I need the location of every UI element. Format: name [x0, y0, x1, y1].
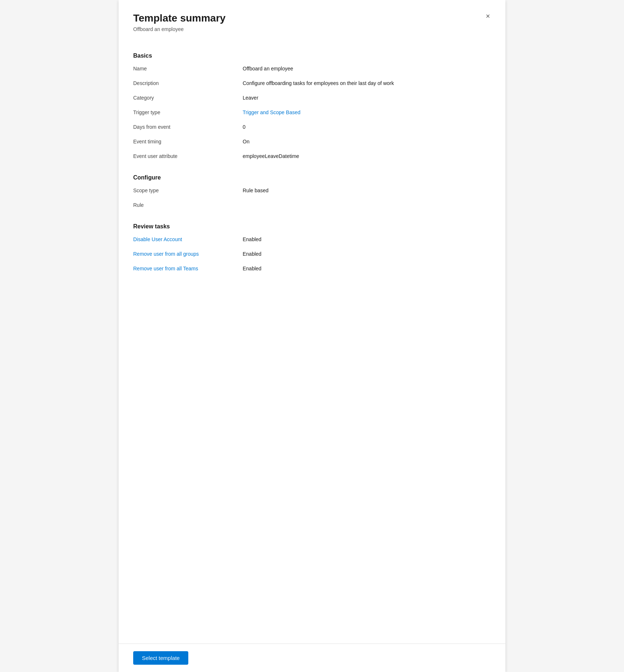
field-label-remove-from-groups: Remove user from all groups [133, 250, 243, 257]
basics-section: Basics Name Offboard an employee Descrip… [133, 53, 491, 163]
field-label-event-timing: Event timing [133, 138, 243, 144]
close-button[interactable]: × [482, 10, 494, 22]
field-row-remove-from-groups: Remove user from all groups Enabled [133, 250, 491, 260]
field-label-days-from-event: Days from event [133, 123, 243, 130]
field-row-name: Name Offboard an employee [133, 65, 491, 75]
field-value-remove-from-groups: Enabled [243, 250, 491, 257]
field-value-event-user-attribute: employeeLeaveDatetime [243, 152, 491, 159]
field-value-days-from-event: 0 [243, 123, 491, 130]
field-label-remove-from-teams: Remove user from all Teams [133, 265, 243, 271]
field-row-disable-user-account: Disable User Account Enabled [133, 236, 491, 246]
field-row-event-user-attribute: Event user attribute employeeLeaveDateti… [133, 152, 491, 163]
configure-section: Configure Scope type Rule based Rule [133, 174, 491, 212]
field-label-scope-type: Scope type [133, 187, 243, 193]
field-row-days-from-event: Days from event 0 [133, 123, 491, 134]
select-template-button[interactable]: Select template [133, 651, 188, 665]
field-label-category: Category [133, 94, 243, 101]
field-value-event-timing: On [243, 138, 491, 144]
field-row-rule: Rule [133, 201, 491, 212]
template-summary-panel: Template summary Offboard an employee × … [119, 0, 505, 672]
field-value-rule [243, 201, 491, 202]
field-value-scope-type: Rule based [243, 187, 491, 193]
field-row-event-timing: Event timing On [133, 138, 491, 148]
disable-user-account-link: Disable User Account [133, 236, 182, 242]
field-label-trigger-type: Trigger type [133, 109, 243, 115]
field-row-trigger-type: Trigger type Trigger and Scope Based [133, 109, 491, 119]
field-value-name: Offboard an employee [243, 65, 491, 72]
remove-from-teams-link: Remove user from all Teams [133, 266, 198, 271]
field-value-disable-user-account: Enabled [243, 236, 491, 242]
field-row-remove-from-teams: Remove user from all Teams Enabled [133, 265, 491, 275]
review-tasks-section: Review tasks Disable User Account Enable… [133, 223, 491, 275]
field-value-trigger-type: Trigger and Scope Based [243, 109, 491, 115]
panel-header: Template summary Offboard an employee × [119, 0, 505, 38]
field-label-event-user-attribute: Event user attribute [133, 152, 243, 159]
panel-subtitle: Offboard an employee [133, 26, 491, 32]
configure-heading: Configure [133, 174, 491, 181]
panel-footer: Select template [119, 644, 505, 672]
field-label-disable-user-account: Disable User Account [133, 236, 243, 242]
field-value-category: Leaver [243, 94, 491, 101]
field-label-rule: Rule [133, 201, 243, 208]
remove-from-groups-link: Remove user from all groups [133, 251, 199, 257]
field-label-name: Name [133, 65, 243, 72]
basics-heading: Basics [133, 53, 491, 59]
panel-content: Basics Name Offboard an employee Descrip… [119, 38, 505, 644]
field-label-description: Description [133, 80, 243, 86]
field-value-remove-from-teams: Enabled [243, 265, 491, 271]
field-row-category: Category Leaver [133, 94, 491, 104]
panel-title: Template summary [133, 12, 491, 25]
field-value-description: Configure offboarding tasks for employee… [243, 80, 491, 86]
field-row-description: Description Configure offboarding tasks … [133, 80, 491, 90]
field-row-scope-type: Scope type Rule based [133, 187, 491, 197]
review-tasks-heading: Review tasks [133, 223, 491, 230]
